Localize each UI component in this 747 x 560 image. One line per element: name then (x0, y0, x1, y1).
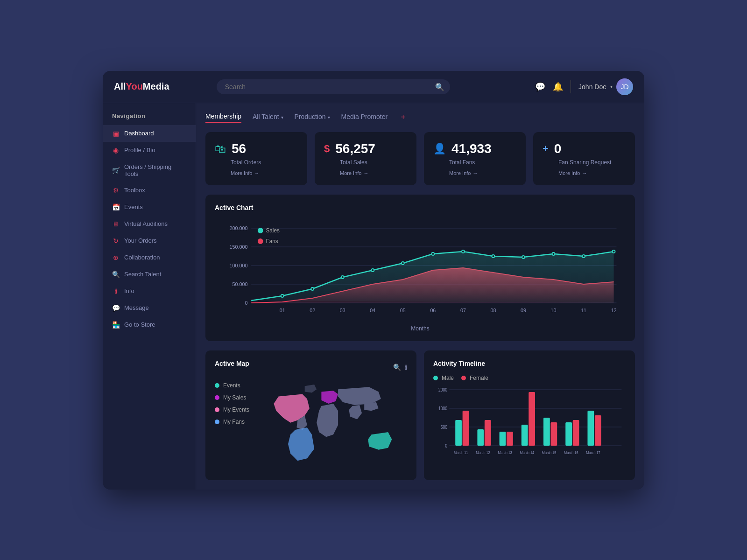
svg-text:12: 12 (611, 307, 617, 313)
sidebar-item-your-orders[interactable]: ↻ Your Orders (103, 232, 196, 249)
map-section-header: Active Map 🔍 ℹ (215, 360, 407, 375)
fan-sharing-more-info[interactable]: More Info → (543, 170, 626, 176)
svg-rect-58 (587, 411, 594, 446)
more-info-arrow-sharing: → (582, 170, 587, 176)
total-sales-value: 56,257 (335, 141, 375, 156)
map-legend-my-fans: My Fans (215, 419, 257, 425)
activity-timeline-section: Activity Timeline Male Female (424, 350, 635, 480)
sidebar-item-store[interactable]: 🏪 Go to Store (103, 316, 196, 333)
total-orders-more-info[interactable]: More Info → (215, 170, 298, 176)
stat-card-total-orders: 🛍 56 Total Orders More Info → (205, 132, 307, 185)
map-legend-my-sales: My Sales (215, 394, 257, 401)
map-search-icon[interactable]: 🔍 (393, 364, 401, 371)
sidebar-item-orders-shipping[interactable]: 🛒 Orders / Shipping Tools (103, 159, 196, 182)
header-divider (571, 80, 571, 93)
sidebar-item-toolbox[interactable]: ⚙ Toolbox (103, 182, 196, 199)
svg-text:1000: 1000 (438, 406, 447, 411)
sidebar-item-info[interactable]: ℹ Info (103, 283, 196, 300)
svg-text:02: 02 (310, 307, 315, 313)
logo-you: You (126, 81, 143, 91)
sidebar-item-label-orders: Orders / Shipping Tools (124, 163, 186, 177)
user-info[interactable]: John Doe ▾ JD (578, 78, 633, 95)
svg-point-32 (582, 255, 585, 258)
logo: AllYouMedia (114, 81, 169, 92)
sidebar-item-dashboard[interactable]: ▣ Dashboard (103, 125, 196, 142)
header: AllYouMedia 🔍 💬 🔔 John Doe ▾ JD (103, 71, 644, 103)
svg-text:11: 11 (581, 307, 586, 313)
tab-media-promoter[interactable]: Media Promoter (341, 113, 388, 122)
total-sales-label: Total Sales (324, 159, 407, 166)
events-legend-dot (215, 383, 219, 388)
male-legend-dot (433, 376, 438, 380)
svg-rect-51 (507, 432, 513, 446)
total-fans-more-info[interactable]: More Info → (433, 170, 516, 176)
tab-membership[interactable]: Membership (205, 112, 241, 123)
bell-icon[interactable]: 🔔 (553, 82, 563, 92)
main-layout: Navigation ▣ Dashboard ◉ Profile / Bio 🛒… (103, 103, 644, 490)
svg-text:March 15: March 15 (542, 450, 557, 455)
stat-card-fan-sharing: + 0 Fan Sharing Request More Info → (533, 132, 635, 185)
fan-sharing-label: Fan Sharing Request (543, 159, 626, 166)
sidebar-item-virtual-auditions[interactable]: 🖥 Virtual Auditions (103, 216, 196, 232)
svg-text:10: 10 (551, 307, 557, 313)
svg-point-29 (492, 255, 495, 258)
logo-all: All (114, 81, 126, 91)
map-legend: Events My Sales My Events (215, 382, 257, 425)
svg-text:Sales: Sales (266, 227, 280, 233)
svg-point-31 (552, 252, 555, 255)
store-icon: 🏪 (112, 321, 120, 329)
map-section-icons: 🔍 ℹ (393, 364, 407, 371)
stat-card-total-fans: 👤 41,933 Total Fans More Info → (424, 132, 526, 185)
tab-all-talent[interactable]: All Talent (253, 113, 283, 122)
map-info-icon[interactable]: ℹ (405, 364, 407, 371)
female-legend-dot (461, 376, 466, 380)
chat-icon[interactable]: 💬 (535, 82, 545, 92)
active-map-section: Active Map 🔍 ℹ Events (205, 350, 416, 480)
sidebar-item-label-toolbox: Toolbox (124, 187, 145, 194)
search-icon: 🔍 (435, 82, 444, 91)
sidebar-item-search-talent[interactable]: 🔍 Search Talent (103, 266, 196, 283)
svg-rect-52 (521, 425, 528, 446)
bar-legend-male: Male (433, 375, 454, 381)
svg-text:March 16: March 16 (564, 450, 578, 455)
svg-point-24 (341, 276, 344, 279)
svg-text:March 11: March 11 (454, 450, 468, 455)
total-sales-more-info[interactable]: More Info → (324, 170, 407, 176)
user-name: John Doe (578, 83, 606, 91)
map-legend-events: Events (215, 382, 257, 389)
tab-media-promoter-label: Media Promoter (341, 113, 388, 120)
sidebar-item-collaboration[interactable]: ⊕ Collaboration (103, 249, 196, 266)
svg-rect-53 (529, 392, 535, 446)
svg-point-30 (522, 256, 525, 259)
search-talent-icon: 🔍 (112, 271, 120, 278)
more-info-arrow-orders: → (254, 170, 259, 176)
svg-rect-55 (550, 422, 557, 446)
sidebar-item-profile[interactable]: ◉ Profile / Bio (103, 142, 196, 159)
user-dropdown-icon: ▾ (610, 84, 613, 89)
tab-all-talent-label: All Talent (253, 113, 279, 120)
header-right: 💬 🔔 John Doe ▾ JD (535, 78, 633, 95)
sidebar-item-label-info: Info (124, 287, 134, 294)
line-chart: 200.000 150.000 100.000 50.000 0 01 02 0… (215, 219, 626, 322)
add-tab-button[interactable]: + (401, 112, 406, 122)
svg-point-28 (462, 250, 465, 253)
sidebar-item-message[interactable]: 💬 Message (103, 300, 196, 316)
active-chart-title: Active Chart (215, 204, 626, 211)
orders-shipping-icon: 🛒 (112, 167, 120, 174)
search-input[interactable] (217, 79, 450, 94)
world-map-svg (264, 382, 407, 468)
sidebar-item-events[interactable]: 📅 Events (103, 199, 196, 216)
svg-point-23 (311, 287, 314, 290)
bar-legend-female: Female (461, 375, 488, 381)
sales-stat-icon: $ (324, 143, 330, 155)
message-icon: 💬 (112, 304, 120, 312)
virtual-auditions-icon: 🖥 (112, 220, 120, 228)
total-fans-value: 41,933 (451, 141, 492, 156)
svg-rect-48 (477, 429, 484, 446)
my-events-legend-label: My Events (223, 406, 249, 413)
svg-text:Fans: Fans (266, 238, 278, 244)
fans-stat-icon: 👤 (433, 143, 446, 155)
total-orders-value: 56 (232, 141, 246, 156)
svg-text:04: 04 (370, 307, 375, 313)
tab-production[interactable]: Production (295, 113, 330, 122)
